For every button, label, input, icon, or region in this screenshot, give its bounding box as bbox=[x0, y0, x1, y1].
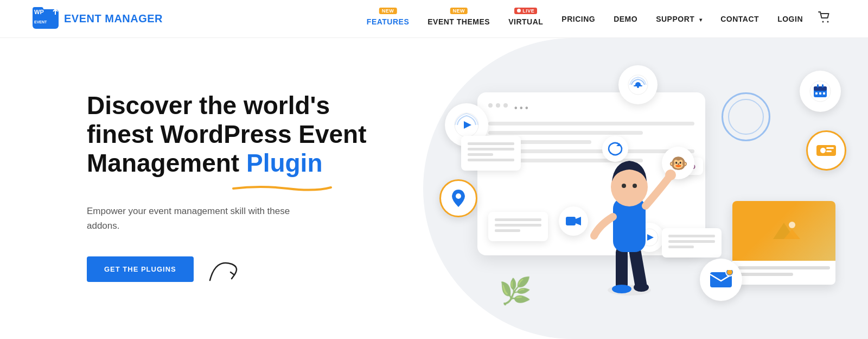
doc-card-3 bbox=[662, 228, 722, 258]
bell-svg bbox=[627, 74, 649, 96]
svg-text:WP: WP bbox=[34, 9, 44, 15]
logo[interactable]: WP EVENT EVENT MANAGER bbox=[33, 7, 163, 31]
cart-icon[interactable] bbox=[814, 7, 835, 31]
plant-decoration: 🌿 bbox=[499, 276, 532, 306]
illustration: • • • bbox=[434, 60, 846, 317]
svg-rect-26 bbox=[826, 147, 834, 149]
doc-card-2 bbox=[488, 212, 548, 241]
event-themes-badge: NEW bbox=[450, 8, 468, 14]
nav-item-features[interactable]: NEW FEATURES bbox=[359, 8, 417, 30]
svg-point-32 bbox=[634, 283, 649, 292]
logo-icon: WP EVENT bbox=[33, 7, 59, 31]
hero-left: Discover the world's finest WordPress Ev… bbox=[87, 91, 369, 285]
cart-svg bbox=[818, 11, 831, 23]
location-pin-icon bbox=[439, 179, 477, 217]
svg-rect-20 bbox=[822, 84, 824, 87]
panel-dots: • • • bbox=[488, 103, 694, 113]
nav-item-login[interactable]: LOGIN bbox=[770, 10, 810, 28]
svg-text:EVENT: EVENT bbox=[34, 20, 47, 24]
dot-1 bbox=[488, 103, 493, 108]
ticket-icon bbox=[806, 130, 846, 171]
location-svg bbox=[450, 189, 467, 208]
touch-circle-inner bbox=[728, 99, 764, 135]
svg-point-11 bbox=[456, 193, 461, 199]
image-icon-svg bbox=[768, 217, 800, 244]
cta-button[interactable]: GET THE PLUGINS bbox=[87, 256, 194, 282]
nav-item-event-themes[interactable]: NEW EVENT THEMES bbox=[420, 8, 497, 30]
nav-item-pricing[interactable]: PRICING bbox=[554, 10, 603, 28]
hero-title: Discover the world's finest WordPress Ev… bbox=[87, 91, 369, 178]
image-card-lines bbox=[732, 261, 835, 285]
svg-rect-18 bbox=[814, 86, 827, 91]
svg-point-36 bbox=[633, 184, 637, 188]
calendar-svg bbox=[809, 80, 832, 103]
dot-3 bbox=[503, 103, 508, 108]
svg-point-40 bbox=[789, 222, 795, 228]
hero-subtitle: Empower your event management skill with… bbox=[87, 204, 304, 233]
nav-item-virtual[interactable]: LIVE VIRTUAL bbox=[501, 8, 551, 30]
svg-rect-23 bbox=[823, 92, 825, 95]
hero-section: Discover the world's finest WordPress Ev… bbox=[0, 38, 868, 339]
support-dropdown-arrow: ▾ bbox=[699, 17, 703, 23]
svg-point-5 bbox=[827, 21, 829, 22]
ticket-svg bbox=[815, 142, 837, 159]
logo-text: EVENT MANAGER bbox=[64, 12, 163, 25]
svg-rect-12 bbox=[566, 217, 576, 225]
nav-item-contact[interactable]: CONTACT bbox=[713, 10, 767, 28]
underline-decoration bbox=[228, 184, 336, 192]
image-card bbox=[732, 201, 835, 285]
hero-highlight: Plugin bbox=[246, 149, 323, 177]
svg-rect-21 bbox=[815, 92, 818, 95]
dot-2 bbox=[496, 103, 500, 108]
svg-point-25 bbox=[820, 148, 826, 153]
svg-rect-19 bbox=[817, 84, 819, 87]
svg-rect-24 bbox=[816, 145, 836, 156]
svg-point-37 bbox=[665, 170, 676, 180]
main-nav: NEW FEATURES NEW EVENT THEMES LIVE VIRTU… bbox=[359, 7, 835, 31]
svg-rect-22 bbox=[819, 92, 821, 95]
doc-card-1 bbox=[461, 136, 521, 171]
svg-rect-29 bbox=[616, 247, 628, 290]
features-badge: NEW bbox=[379, 8, 397, 14]
svg-rect-27 bbox=[826, 150, 832, 152]
calendar-icon bbox=[800, 71, 841, 112]
virtual-badge: LIVE bbox=[514, 8, 537, 14]
svg-point-35 bbox=[622, 184, 626, 188]
nav-item-support[interactable]: SUPPORT ▾ bbox=[648, 10, 710, 28]
person-illustration bbox=[575, 122, 684, 306]
image-placeholder bbox=[732, 201, 835, 261]
svg-point-31 bbox=[612, 285, 631, 293]
live-dot bbox=[517, 9, 521, 12]
svg-point-4 bbox=[822, 21, 824, 22]
notification-bell-icon bbox=[618, 65, 658, 104]
squiggle-arrow bbox=[205, 253, 248, 286]
mail-icon bbox=[700, 259, 742, 301]
panel-ellipsis: • • • bbox=[514, 103, 528, 113]
header: WP EVENT EVENT MANAGER NEW FEATURES NEW … bbox=[0, 0, 868, 38]
svg-point-7 bbox=[637, 86, 639, 88]
person-svg bbox=[575, 122, 684, 306]
nav-item-demo[interactable]: DEMO bbox=[606, 10, 645, 28]
play-svg bbox=[453, 111, 480, 139]
mail-svg bbox=[709, 270, 733, 290]
hero-right: • • • bbox=[369, 38, 868, 339]
